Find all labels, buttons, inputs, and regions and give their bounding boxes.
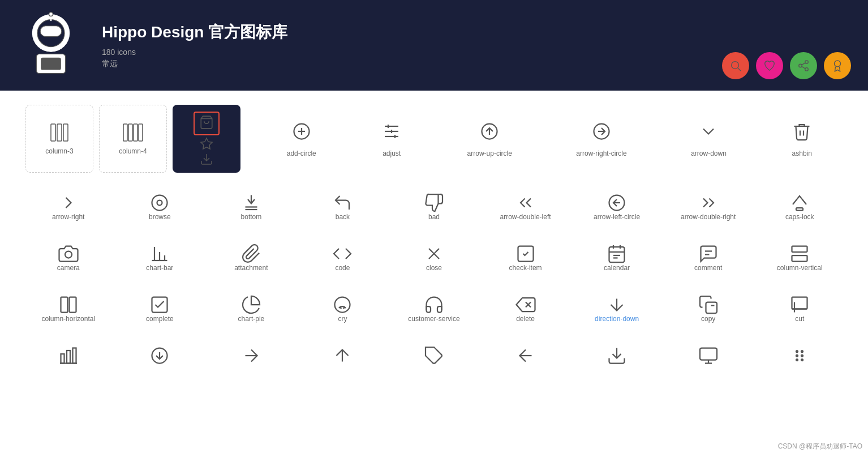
search-button[interactable] [722, 52, 749, 79]
watermark: CSDN @程序员劝退师-TAO [778, 442, 862, 451]
icon-complete[interactable]: complete [114, 283, 206, 334]
svg-rect-62 [792, 246, 807, 253]
icon-row-5 [23, 334, 845, 377]
svg-rect-15 [51, 124, 55, 141]
svg-rect-63 [792, 255, 807, 262]
svg-rect-45 [796, 208, 803, 211]
icon-ashbin[interactable]: ashbin [785, 109, 819, 169]
icon-code[interactable]: code [297, 232, 389, 283]
icon-download[interactable] [571, 334, 663, 377]
icon-data-view[interactable] [23, 334, 114, 377]
icon-caps-lock[interactable]: caps-lock [754, 181, 845, 232]
icon-arrow-up-circle[interactable]: arrow-up-circle [462, 109, 518, 169]
icon-arrow-right[interactable]: arrow-right [23, 181, 114, 232]
svg-rect-21 [139, 124, 143, 141]
svg-rect-16 [57, 124, 62, 141]
icon-bottom[interactable]: bottom [205, 181, 297, 232]
icon-check-item[interactable]: check-item [480, 232, 571, 283]
svg-marker-23 [201, 138, 212, 149]
icon-arrow-right-thin[interactable] [205, 334, 297, 377]
icon-close[interactable]: close [388, 232, 480, 283]
svg-line-8 [738, 68, 741, 71]
svg-point-93 [796, 355, 798, 357]
cart-highlighted [194, 112, 220, 135]
icon-add-circle[interactable]: add-circle [281, 109, 322, 169]
icon-more[interactable] [754, 334, 845, 377]
header: Hippo Design 官方图标库 180 icons 常远 [0, 0, 868, 91]
selected-card[interactable] [173, 105, 240, 173]
svg-point-46 [65, 251, 72, 258]
icon-tag[interactable] [388, 334, 480, 377]
icon-direction-down[interactable]: direction-down [571, 283, 663, 334]
icon-comment[interactable]: comment [663, 232, 754, 283]
icon-adjust[interactable]: adjust [375, 109, 409, 169]
icon-arrow-down[interactable]: arrow-down [685, 109, 732, 169]
header-subtitle: 常远 [102, 59, 287, 69]
icon-attachment[interactable]: attachment [205, 232, 297, 283]
icon-monitor[interactable] [663, 334, 754, 377]
icon-chart-pie[interactable]: chart-pie [205, 283, 297, 334]
icon-calendar[interactable]: calendar [571, 232, 663, 283]
icon-delete[interactable]: delete [480, 283, 571, 334]
svg-rect-2 [40, 26, 62, 37]
svg-rect-19 [128, 124, 132, 141]
icon-copy[interactable]: copy [663, 283, 754, 334]
heart-button[interactable] [756, 52, 783, 79]
icon-customer-service[interactable]: customer-service [388, 283, 480, 334]
svg-point-6 [49, 12, 53, 16]
icon-column-vertical[interactable]: column-vertical [754, 232, 845, 283]
svg-point-14 [835, 61, 841, 67]
icon-arrow-up[interactable] [297, 334, 389, 377]
icon-adjust-label: adjust [383, 150, 401, 157]
icon-arrow-right-circle-label: arrow-right-circle [576, 150, 626, 157]
icon-arrow-right-circle[interactable]: arrow-right-circle [570, 109, 632, 169]
svg-rect-77 [61, 354, 64, 364]
icon-arrow-left[interactable] [480, 334, 571, 377]
icon-row-2: arrow-right browse bottom [23, 181, 845, 232]
icon-cut[interactable]: cut [754, 283, 845, 334]
svg-rect-54 [609, 247, 625, 262]
svg-point-92 [801, 351, 803, 352]
download-card-icon [200, 152, 213, 166]
share-button[interactable] [790, 52, 817, 79]
column-4-label: column-4 [119, 147, 147, 155]
svg-rect-78 [67, 351, 70, 364]
icon-arrow-left-circle[interactable]: arrow-left-circle [571, 181, 663, 232]
svg-point-10 [799, 64, 802, 67]
svg-point-39 [157, 200, 162, 206]
header-title: Hippo Design 官方图标库 [102, 22, 287, 43]
svg-point-94 [801, 355, 803, 357]
icon-cry[interactable]: cry [297, 283, 389, 334]
award-button[interactable] [824, 52, 851, 79]
svg-point-96 [801, 359, 803, 361]
icon-back[interactable]: back [297, 181, 389, 232]
main-content: column-3 column-4 [0, 91, 868, 457]
icon-chart-bar[interactable]: chart-bar [114, 232, 206, 283]
view-column-4[interactable]: column-4 [99, 105, 167, 173]
svg-point-38 [152, 195, 167, 211]
icon-browse[interactable]: browse [114, 181, 206, 232]
icon-column-horizontal[interactable]: column-horizontal [23, 283, 114, 334]
svg-rect-65 [69, 297, 76, 313]
icon-arrow-down-label: arrow-down [691, 150, 727, 157]
icon-ashbin-label: ashbin [792, 150, 812, 157]
icon-camera[interactable]: camera [23, 232, 114, 283]
icon-row-4: column-horizontal complete chart-pie [23, 283, 845, 334]
column-3-label: column-3 [45, 147, 73, 155]
svg-rect-73 [706, 302, 717, 314]
header-info: Hippo Design 官方图标库 180 icons 常远 [102, 22, 287, 69]
icon-download-circle[interactable] [114, 334, 206, 377]
svg-rect-18 [123, 124, 127, 141]
svg-rect-88 [700, 348, 717, 360]
logo [17, 11, 85, 79]
icon-arrow-up-circle-label: arrow-up-circle [467, 150, 512, 157]
view-column-3[interactable]: column-3 [25, 105, 93, 173]
svg-point-7 [732, 62, 739, 69]
icon-arrow-double-left[interactable]: arrow-double-left [480, 181, 571, 232]
header-actions [722, 52, 851, 79]
svg-point-9 [805, 61, 809, 64]
icon-add-circle-label: add-circle [287, 150, 316, 157]
svg-line-13 [802, 63, 805, 65]
icon-bad[interactable]: bad [388, 181, 480, 232]
icon-arrow-double-right[interactable]: arrow-double-right [663, 181, 754, 232]
